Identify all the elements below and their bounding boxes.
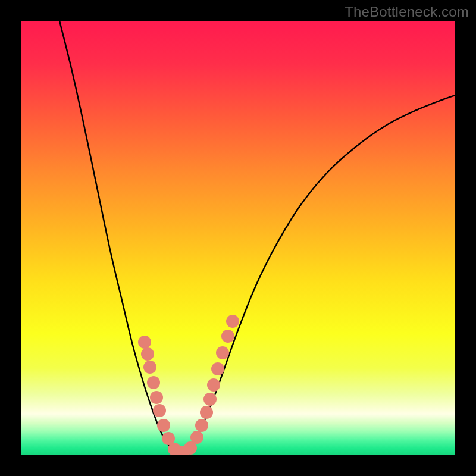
data-dot xyxy=(141,347,154,361)
data-dot xyxy=(150,391,163,404)
chart-curves-layer xyxy=(21,21,455,455)
curve-left-curve xyxy=(60,21,181,452)
watermark-text: TheBottleneck.com xyxy=(345,4,469,20)
data-dot xyxy=(200,406,213,419)
data-dot xyxy=(216,346,229,359)
data-dot xyxy=(143,361,156,374)
curve-paths xyxy=(60,21,455,452)
data-dot xyxy=(147,376,160,389)
data-dot xyxy=(221,330,234,343)
data-dot xyxy=(153,404,166,417)
curve-right-curve xyxy=(181,95,455,452)
data-dot xyxy=(138,336,151,349)
data-dot xyxy=(207,378,220,392)
data-dot xyxy=(203,393,217,406)
chart-frame xyxy=(21,21,455,455)
data-dot xyxy=(157,419,170,432)
data-dot xyxy=(190,431,203,444)
curve-dots xyxy=(138,315,239,455)
data-dot xyxy=(211,362,224,375)
data-dot xyxy=(195,419,208,432)
data-dot xyxy=(226,315,239,328)
